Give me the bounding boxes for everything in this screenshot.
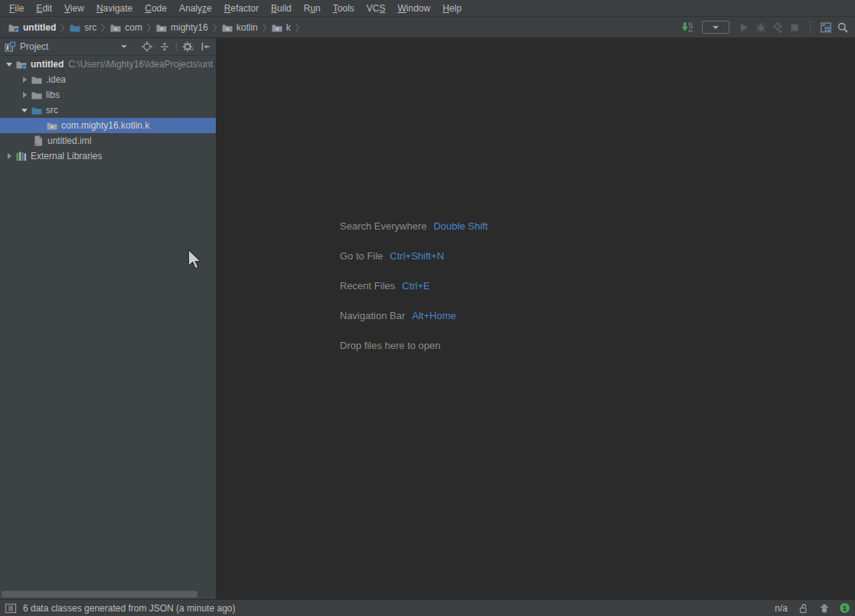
project-tree: untitled C:\Users\Mighty16\IdeaProjects\… [0, 56, 216, 164]
chevron-right-icon [262, 23, 267, 32]
collapse-all-icon[interactable] [158, 41, 171, 53]
breadcrumb-k[interactable]: k [269, 21, 292, 34]
module-file-icon [32, 135, 44, 147]
tree-row-untitled-iml[interactable]: untitled.iml [0, 133, 216, 148]
navigation-breadcrumbs: untitled src com mighty16 [6, 17, 302, 37]
tree-item-label: untitled [31, 59, 64, 70]
tree-item-label: com.mighty16.kotlin.k [61, 120, 149, 131]
panel-dropdown-icon[interactable] [121, 45, 127, 48]
inspections-hector-icon[interactable] [818, 602, 831, 614]
breadcrumb-label: k [286, 22, 291, 33]
package-icon [109, 21, 122, 34]
editor-area: Search Everywhere Double Shift Go to Fil… [217, 38, 855, 599]
menu-item-analyze[interactable]: Analyze [173, 0, 218, 17]
breadcrumb-mighty16[interactable]: mighty16 [154, 21, 210, 34]
hint-keys: Ctrl+E [402, 280, 429, 292]
breadcrumb-src[interactable]: src [67, 21, 98, 34]
chevron-collapsed-icon[interactable] [18, 89, 31, 101]
locate-file-icon[interactable] [141, 41, 153, 53]
menu-item-tools[interactable]: Tools [327, 0, 361, 17]
tree-row-package-selected[interactable]: com.mighty16.kotlin.k [0, 118, 216, 133]
search-icon [837, 21, 849, 34]
breadcrumb-label: mighty16 [171, 22, 208, 33]
tree-row-src[interactable]: src [0, 103, 216, 118]
hint-recent-files: Recent Files Ctrl+E [340, 271, 488, 301]
menu-item-code[interactable]: Code [139, 0, 173, 17]
source-folder-icon [31, 104, 43, 116]
breadcrumb-com[interactable]: com [108, 21, 144, 34]
chevron-collapsed-icon[interactable] [3, 150, 15, 162]
menu-item-help[interactable]: Help [436, 0, 468, 17]
breadcrumb-label: com [125, 22, 142, 33]
breadcrumb-label: src [84, 22, 96, 33]
menu-bar: File Edit View Navigate Code Analyze Ref… [0, 0, 855, 17]
menu-item-build[interactable]: Build [265, 0, 298, 17]
project-structure-button[interactable] [817, 19, 834, 36]
menu-item-view[interactable]: View [58, 0, 90, 17]
hint-keys: Double Shift [433, 220, 488, 232]
hint-navigation-bar: Navigation Bar Alt+Home [340, 301, 488, 331]
breadcrumb-kotlin[interactable]: kotlin [220, 21, 259, 34]
tree-row-libs[interactable]: libs [0, 87, 216, 103]
hint-keys: Alt+Home [412, 310, 455, 321]
hint-action: Go to File [340, 250, 383, 262]
hint-keys: Ctrl+Shift+N [390, 250, 444, 262]
hint-action: Search Everywhere [340, 220, 426, 232]
breadcrumb-label: kotlin [237, 22, 258, 33]
source-folder-icon [69, 21, 81, 34]
shortcut-hints: Search Everywhere Double Shift Go to Fil… [340, 211, 488, 360]
tree-item-label: src [46, 105, 58, 116]
make-project-button[interactable]: 01 10 01 [679, 19, 696, 36]
chevron-right-icon [212, 23, 217, 32]
tree-item-label: External Libraries [31, 151, 102, 161]
hide-panel-icon[interactable] [200, 41, 212, 53]
unlocked-padlock-icon[interactable] [797, 602, 809, 614]
make-project-icon: 01 10 01 [681, 21, 693, 34]
tree-row-untitled[interactable]: untitled C:\Users\Mighty16\IdeaProjects\… [0, 57, 216, 72]
stop-button[interactable] [786, 19, 803, 36]
status-message[interactable]: 6 data classes generated from JSON (a mi… [23, 603, 235, 614]
notification-badge[interactable]: 1 [840, 603, 850, 613]
project-path: C:\Users\Mighty16\IdeaProjects\unt [68, 59, 213, 70]
menu-item-file[interactable]: File [3, 0, 30, 17]
chevron-expanded-icon[interactable] [18, 104, 31, 116]
menu-item-edit[interactable]: Edit [30, 0, 58, 17]
tree-row-external-libraries[interactable]: External Libraries [0, 148, 216, 164]
menu-item-navigate[interactable]: Navigate [90, 0, 139, 17]
hint-search-everywhere: Search Everywhere Double Shift [340, 211, 488, 241]
project-toolwindow-icon [4, 41, 16, 53]
tree-item-label: libs [46, 90, 60, 100]
hint-action: Recent Files [340, 280, 395, 292]
chevron-right-icon [146, 23, 152, 32]
project-tool-window: Project [0, 38, 217, 599]
run-with-coverage-button[interactable] [769, 19, 786, 36]
chevron-right-icon [60, 23, 65, 32]
horizontal-scrollbar[interactable] [2, 591, 197, 598]
search-everywhere-button[interactable] [834, 19, 851, 36]
project-folder-icon [15, 58, 28, 70]
run-button[interactable] [736, 19, 752, 36]
menu-item-window[interactable]: Window [391, 0, 436, 17]
tree-row-idea[interactable]: .idea [0, 72, 216, 87]
mouse-cursor [188, 249, 201, 272]
run-icon [738, 21, 750, 34]
menu-item-run[interactable]: Run [298, 0, 327, 17]
menu-item-refactor[interactable]: Refactor [218, 0, 265, 17]
chevron-expanded-icon[interactable] [3, 58, 15, 70]
memory-indicator[interactable]: n/a [775, 603, 788, 614]
toolwindow-switcher-icon[interactable] [5, 602, 17, 614]
debug-button[interactable] [752, 19, 769, 36]
hint-go-to-file: Go to File Ctrl+Shift+N [340, 241, 488, 271]
run-configurations-dropdown[interactable] [702, 21, 729, 34]
menu-item-vcs[interactable]: VCS [361, 0, 392, 17]
package-icon [46, 119, 58, 132]
gear-settings-icon[interactable] [182, 41, 194, 53]
project-folder-icon [8, 21, 20, 34]
package-icon [271, 21, 283, 34]
chevron-right-icon [100, 23, 106, 32]
libraries-icon [15, 150, 28, 162]
chevron-collapsed-icon[interactable] [18, 73, 31, 86]
toolbar-separator [810, 21, 811, 34]
breadcrumb-label: untitled [23, 22, 56, 33]
breadcrumb-untitled[interactable]: untitled [6, 21, 57, 34]
